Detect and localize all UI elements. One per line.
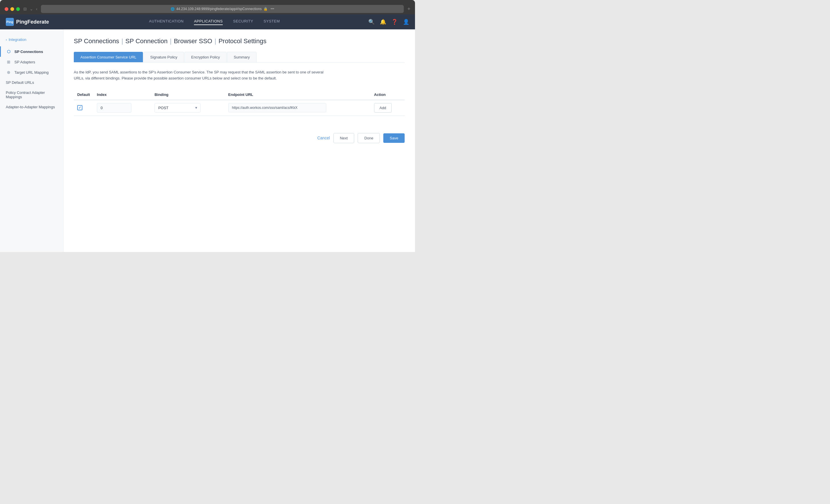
index-input[interactable] [97, 103, 131, 112]
sidebar-item-adapter-mappings[interactable]: Adapter-to-Adapter Mappings [0, 102, 63, 112]
sidebar-item-label-default-urls: SP Default URLs [6, 80, 34, 85]
col-action: Action [371, 90, 405, 100]
add-button[interactable]: Add [374, 103, 392, 112]
breadcrumb: SP Connections | SP Connection | Browser… [74, 37, 405, 45]
close-button[interactable] [5, 7, 8, 11]
sidebar: ‹ Integration ⬡ SP Connections ⊞ SP Adap… [0, 29, 63, 252]
content-area: SP Connections | SP Connection | Browser… [63, 29, 415, 252]
sidebar-item-policy-contract[interactable]: Policy Contract Adapter Mappings [0, 88, 63, 102]
url-text: 44.234.109.248:9999/pingfederate/app#/sp… [177, 7, 262, 11]
nav-applications[interactable]: APPLICATIONS [194, 19, 223, 25]
sidebar-item-sp-connections[interactable]: ⬡ SP Connections [0, 46, 63, 57]
maximize-button[interactable] [16, 7, 20, 11]
sidebar-toggle-icon[interactable]: ⊟ [23, 7, 27, 11]
footer-actions: Cancel Next Done Save [74, 127, 405, 143]
nav-authentication[interactable]: AUTHENTICATION [149, 19, 184, 25]
breadcrumb-protocol-settings[interactable]: Protocol Settings [219, 37, 266, 45]
traffic-lights [5, 7, 20, 11]
binding-select-wrapper: POST ARTIFACT REDIRECT ▼ [155, 103, 200, 112]
nav-links: AUTHENTICATION APPLICATIONS SECURITY SYS… [61, 19, 368, 25]
col-index: Index [93, 90, 151, 100]
search-icon[interactable]: 🔍 [368, 19, 375, 25]
col-binding: Binding [151, 90, 225, 100]
action-cell: Add [371, 100, 405, 116]
globe-icon: 🌐 [170, 7, 174, 11]
lock-icon: 🔒 [263, 7, 268, 11]
address-bar[interactable]: 🌐 44.234.109.248:9999/pingfederate/app#/… [41, 5, 404, 13]
sidebar-item-sp-adapters[interactable]: ⊞ SP Adapters [0, 57, 63, 67]
acs-url-table: Default Index Binding Endpoint URL Actio… [74, 90, 405, 116]
default-cell: ✓ [74, 100, 93, 116]
col-default: Default [74, 90, 93, 100]
breadcrumb-sep-3: | [215, 37, 216, 45]
sidebar-item-label-sp-connections: SP Connections [14, 49, 43, 54]
tab-signature-policy[interactable]: Signature Policy [143, 52, 184, 62]
breadcrumb-sep-2: | [170, 37, 171, 45]
nav-security[interactable]: SECURITY [233, 19, 253, 25]
logo-text: Ping [6, 20, 13, 24]
help-icon[interactable]: ❓ [391, 19, 398, 25]
minimize-button[interactable] [10, 7, 14, 11]
target-icon: ⊛ [6, 70, 11, 75]
tab-encryption-policy[interactable]: Encryption Policy [185, 52, 226, 62]
main-layout: ‹ Integration ⬡ SP Connections ⊞ SP Adap… [0, 29, 415, 252]
tab-bar: Assertion Consumer Service URL Signature… [74, 52, 405, 63]
default-checkbox[interactable]: ✓ [77, 105, 83, 110]
sidebar-item-sp-default-urls[interactable]: SP Default URLs [0, 77, 63, 88]
binding-select[interactable]: POST ARTIFACT REDIRECT [155, 103, 200, 112]
new-tab-button[interactable]: + [407, 6, 410, 12]
brand: Ping PingFederate [6, 18, 49, 26]
tab-summary[interactable]: Summary [227, 52, 256, 62]
brand-logo: Ping [6, 18, 14, 26]
breadcrumb-sep-1: | [121, 37, 123, 45]
breadcrumb-browser-sso[interactable]: Browser SSO [174, 37, 212, 45]
back-chevron-icon: ‹ [6, 38, 7, 42]
tab-assertion-consumer-service-url[interactable]: Assertion Consumer Service URL [74, 52, 143, 62]
connection-icon: ⬡ [6, 49, 11, 54]
description-text: As the IdP, you send SAML assertions to … [74, 69, 333, 81]
nav-system[interactable]: SYSTEM [264, 19, 280, 25]
breadcrumb-sp-connection[interactable]: SP Connection [125, 37, 167, 45]
binding-cell: POST ARTIFACT REDIRECT ▼ [151, 100, 225, 116]
sidebar-item-target-url-mapping[interactable]: ⊛ Target URL Mapping [0, 67, 63, 77]
sidebar-item-label-adapter-mappings: Adapter-to-Adapter Mappings [6, 105, 55, 109]
sidebar-back-label: Integration [9, 37, 26, 42]
browser-chrome: ⊟ ⌄ ‹ 🌐 44.234.109.248:9999/pingfederate… [0, 0, 415, 14]
sidebar-item-label-target-url: Target URL Mapping [14, 70, 49, 75]
app-container: Ping PingFederate AUTHENTICATION APPLICA… [0, 14, 415, 252]
cancel-button[interactable]: Cancel [317, 136, 330, 140]
endpoint-url-cell [225, 100, 371, 116]
table-row: ✓ POST ARTIFACT REDIRECT [74, 100, 405, 116]
save-button[interactable]: Save [383, 133, 405, 143]
nav-actions: 🔍 🔔 ❓ 👤 [368, 19, 409, 25]
user-icon[interactable]: 👤 [403, 19, 409, 25]
brand-name: PingFederate [16, 19, 49, 25]
breadcrumb-sp-connections[interactable]: SP Connections [74, 37, 119, 45]
sidebar-item-label-sp-adapters: SP Adapters [14, 60, 35, 64]
sidebar-back-button[interactable]: ‹ Integration [0, 35, 63, 44]
endpoint-url-input[interactable] [228, 103, 326, 112]
browser-controls: ⊟ ⌄ ‹ [23, 7, 37, 11]
done-button[interactable]: Done [358, 133, 380, 143]
top-nav: Ping PingFederate AUTHENTICATION APPLICA… [0, 14, 415, 29]
back-icon[interactable]: ‹ [36, 7, 37, 11]
more-icon: ••• [270, 7, 274, 11]
col-endpoint-url: Endpoint URL [225, 90, 371, 100]
checkmark-icon: ✓ [78, 106, 81, 110]
index-cell [93, 100, 151, 116]
chevron-down-icon[interactable]: ⌄ [30, 7, 33, 11]
sidebar-item-label-policy-contract: Policy Contract Adapter Mappings [6, 91, 57, 99]
adapter-icon: ⊞ [6, 60, 11, 64]
next-button[interactable]: Next [333, 133, 354, 143]
bell-icon[interactable]: 🔔 [380, 19, 386, 25]
